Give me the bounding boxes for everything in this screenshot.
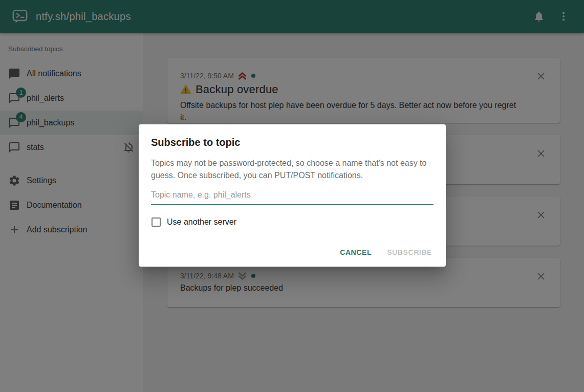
use-another-server-checkbox[interactable] bbox=[152, 217, 161, 227]
dialog-description: Topics may not be password-protected, so… bbox=[151, 157, 434, 182]
topic-name-input[interactable] bbox=[151, 187, 434, 205]
cancel-button[interactable]: CANCEL bbox=[334, 244, 377, 260]
subscribe-button[interactable]: SUBSCRIBE bbox=[381, 244, 438, 260]
subscribe-dialog: Subscribe to topic Topics may not be pas… bbox=[139, 124, 446, 267]
dialog-title: Subscribe to topic bbox=[139, 124, 446, 149]
checkbox-label: Use another server bbox=[167, 217, 236, 227]
